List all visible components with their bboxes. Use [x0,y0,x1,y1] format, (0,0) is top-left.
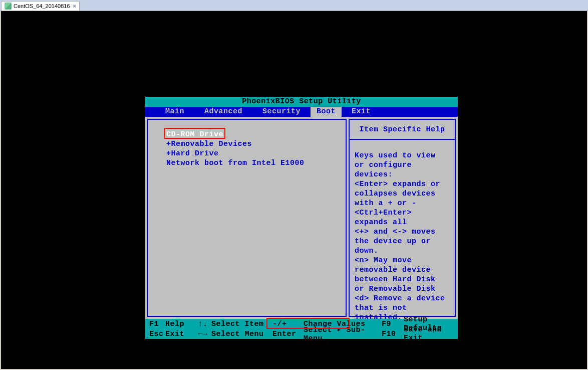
menu-boot[interactable]: Boot [311,107,342,117]
key-esc: Esc [145,330,165,338]
boot-item-network[interactable]: Network boot from Intel E1000 [166,158,346,168]
help-body: Keys used to view or configure devices:<… [350,140,455,327]
vm-tab-title: CentOS_64_20140816 [14,3,70,9]
label-exit: Exit [165,330,194,338]
label-save-exit: Save and Exit [404,325,458,342]
bios-setup: PhoenixBIOS Setup Utility Main Advanced … [145,97,458,339]
footer-row-2: Esc Exit ←→ Select Menu Enter Select ▸ S… [145,329,458,339]
bios-panels: CD-ROM Drive +Removable Devices +Hard Dr… [145,117,458,319]
menu-main[interactable]: Main [155,107,194,117]
bios-footer: F1 Help ↑↓ Select Item -/+ Change Values… [145,319,458,339]
key-f10: F10 [382,330,404,338]
annotation-box-2 [266,318,350,329]
boot-item-harddrive[interactable]: +Hard Drive [166,149,346,158]
label-select-item: Select Item [211,320,272,328]
vm-screen: PhoenixBIOS Setup Utility Main Advanced … [1,11,587,369]
key-enter: Enter [272,330,304,338]
help-header: Item Specific Help [350,120,455,140]
menu-exit[interactable]: Exit [342,107,381,117]
menu-security[interactable]: Security [252,107,311,117]
boot-item-removable[interactable]: +Removable Devices [166,139,346,149]
vm-tab[interactable]: CentOS_64_20140816 × [1,1,80,11]
menu-advanced[interactable]: Advanced [194,107,252,117]
vm-window-titlebar: CentOS_64_20140816 × [0,0,588,11]
annotation-box-1 [164,128,225,139]
close-icon[interactable]: × [73,3,76,9]
label-help: Help [165,320,194,328]
help-panel: Item Specific Help Keys used to view or … [349,119,456,317]
boot-order-panel: CD-ROM Drive +Removable Devices +Hard Dr… [147,119,347,317]
bios-menu-bar: Main Advanced Security Boot Exit [145,107,458,117]
updown-icon: ↑↓ [194,320,211,328]
key-f9: F9 [382,320,404,328]
label-select-menu: Select Menu [211,330,272,338]
vm-icon [5,3,12,10]
key-f1: F1 [145,320,165,328]
bios-title: PhoenixBIOS Setup Utility [145,97,458,107]
leftright-icon: ←→ [194,330,211,338]
